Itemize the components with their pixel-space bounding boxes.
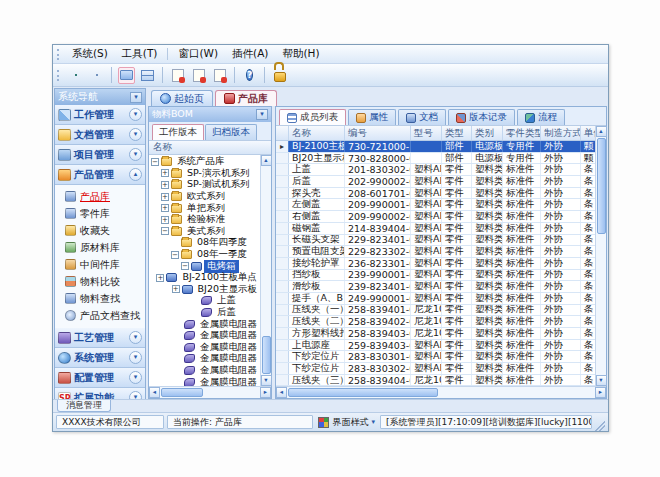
row-selector[interactable] — [276, 270, 289, 281]
document-new-icon[interactable] — [169, 67, 186, 84]
member-tab-版本记录[interactable]: 版本记录 — [448, 109, 515, 125]
table-row[interactable]: 接纱轮护罩236-823301-00E塑料ABS零件塑料类标准件外协条 — [276, 258, 595, 270]
row-selector[interactable] — [276, 235, 289, 246]
tree-node-BJ20主显示板[interactable]: +BJ20主显示板 — [149, 284, 260, 296]
tree-node-金属膜电阻器[interactable]: 金属膜电阻器 — [149, 376, 260, 386]
collapse-minus-icon[interactable]: − — [171, 251, 179, 259]
tree-node-欧式系列[interactable]: +欧式系列 — [149, 191, 260, 203]
window-resize-grip[interactable] — [595, 421, 605, 431]
tree-horizontal-scrollbar[interactable]: ◂ ▸ — [149, 386, 271, 398]
table-row[interactable]: 预置电阻支架229-823302-00E塑料ABS零件塑料类标准件外协条 — [276, 246, 595, 258]
menu-item-H[interactable]: 帮助(H) — [275, 45, 326, 63]
exit-icon[interactable] — [292, 67, 309, 84]
menu-item-S[interactable]: 系统(S) — [65, 45, 115, 63]
expand-plus-icon[interactable]: + — [161, 169, 169, 177]
collapse-minus-icon[interactable]: − — [181, 262, 189, 270]
column-header-编号[interactable]: 编号 — [345, 126, 411, 140]
tree-vertical-scrollbar[interactable]: ▴ ▾ — [260, 155, 271, 386]
collapse-minus-icon[interactable]: − — [151, 158, 159, 166]
expand-plus-icon[interactable]: + — [161, 216, 169, 224]
table-row[interactable]: 挡纱板239-990001-01E塑料ABS零件塑料类标准件外协条 — [276, 270, 595, 282]
sidebar-group-1[interactable]: 文档管理▾ — [55, 125, 145, 145]
row-selector[interactable]: ▸ — [276, 141, 289, 152]
column-header-型号[interactable]: 型号 — [411, 126, 442, 140]
sidebar-item-产品库[interactable]: 产品库 — [55, 188, 145, 205]
scroll-thumb[interactable] — [262, 336, 271, 374]
document-delete-icon[interactable] — [211, 67, 228, 84]
column-header-类别[interactable]: 类别 — [472, 126, 503, 140]
table-row[interactable]: 压线夹（三）258-839404-00E尼龙1010零件塑料类标准件外协条 — [276, 375, 595, 386]
help-icon[interactable]: ? — [241, 67, 258, 84]
table-row[interactable]: 右侧盖209-990002-01E塑料ABS零件塑料类标准件外协条 — [276, 211, 595, 223]
chevron-down-icon[interactable]: ▾ — [129, 331, 142, 344]
bom-tab-工作版本[interactable]: 工作版本 — [152, 124, 204, 140]
chevron-up-icon[interactable]: ▴ — [129, 168, 142, 181]
table-row[interactable]: 提手（A、B）249-990001-01E塑料ABS零件塑料类标准件外协条 — [276, 293, 595, 305]
sidebar-item-产品文档查找[interactable]: 产品文档查找 — [55, 307, 145, 324]
table-view-icon[interactable] — [139, 67, 156, 84]
sidebar-collapse-button[interactable]: ▾ — [130, 92, 142, 103]
sidebar-item-物料比较[interactable]: 物料比较 — [55, 273, 145, 290]
row-selector[interactable] — [276, 211, 289, 222]
tree-node-SP-测试机系列[interactable]: +SP-测试机系列 — [149, 179, 260, 191]
table-row[interactable]: 上电源座259-839403-00E塑料ABS零件塑料类标准件外协条 — [276, 340, 595, 352]
expand-plus-icon[interactable]: + — [156, 274, 164, 282]
column-header-零件类型[interactable]: 零件类型 — [503, 126, 541, 140]
row-selector[interactable] — [276, 188, 289, 199]
scroll-up-icon[interactable]: ▴ — [261, 155, 272, 166]
menu-grip[interactable] — [57, 49, 60, 60]
sidebar-item-中间件库[interactable]: 中间件库 — [55, 256, 145, 273]
document-edit-icon[interactable] — [190, 67, 207, 84]
lock-icon[interactable] — [271, 67, 288, 84]
column-header-名称[interactable]: 名称 — [289, 126, 345, 140]
expand-plus-icon[interactable]: + — [161, 181, 169, 189]
sidebar-item-收藏夹[interactable]: 收藏夹 — [55, 222, 145, 239]
sidebar-group-6[interactable]: 配置管理▾ — [55, 368, 145, 388]
scroll-right-icon[interactable]: ▸ — [260, 387, 271, 398]
tree-node-检验标准[interactable]: +检验标准 — [149, 214, 260, 226]
member-tab-成员列表[interactable]: 成员列表 — [279, 109, 346, 125]
table-row[interactable]: BJ20主显示板730-828000-04E部件电源板专用件外协颗 — [276, 153, 595, 165]
row-selector[interactable] — [276, 293, 289, 304]
sidebar-group-4[interactable]: 工艺管理▾ — [55, 328, 145, 348]
chevron-down-icon[interactable]: ▾ — [129, 351, 142, 364]
monitor-icon[interactable] — [67, 67, 84, 84]
row-selector[interactable] — [276, 316, 289, 327]
row-selector[interactable] — [276, 305, 289, 316]
table-vertical-scrollbar[interactable]: ▴ ▾ — [595, 126, 606, 386]
member-tab-流程[interactable]: 流程 — [517, 109, 565, 125]
tree-node-金属膜电阻器[interactable]: 金属膜电阻器 — [149, 330, 260, 342]
column-header-类型[interactable]: 类型 — [442, 126, 472, 140]
scroll-thumb[interactable] — [597, 138, 606, 234]
row-selector[interactable] — [276, 246, 289, 257]
expand-plus-icon[interactable]: + — [172, 285, 180, 293]
row-selector[interactable] — [276, 281, 289, 292]
expand-plus-icon[interactable]: + — [161, 193, 169, 201]
ui-style-dropdown[interactable]: 界面样式 ▾ — [316, 416, 377, 429]
tree-node-金属膜电阻器[interactable]: 金属膜电阻器 — [149, 318, 260, 330]
doc-tab-产品库[interactable]: 产品库 — [215, 90, 277, 106]
table-row[interactable]: 上盖201-830302-00E塑料ABS零件塑料类标准件外协条 — [276, 164, 595, 176]
column-header-制造方式[interactable]: 制造方式 — [541, 126, 581, 140]
bom-tab-归档版本[interactable]: 归档版本 — [205, 124, 257, 140]
scroll-thumb[interactable] — [288, 388, 438, 397]
tree-column-header[interactable]: 名称 — [149, 141, 271, 155]
table-row[interactable]: 压线夹（一）258-839401-00E尼龙1010零件塑料类标准件外协条 — [276, 305, 595, 317]
table-row[interactable]: 探头壳208-601701-01E塑料ABS零件塑料类标准件外协条 — [276, 188, 595, 200]
row-selector[interactable] — [276, 340, 289, 351]
row-selector[interactable] — [276, 375, 289, 386]
tree-node-电烤箱[interactable]: −电烤箱 — [149, 260, 260, 272]
member-tab-属性[interactable]: 属性 — [348, 109, 396, 125]
menu-item-T[interactable]: 工具(T) — [115, 45, 165, 63]
column-header-单位[interactable]: 单位 — [581, 126, 595, 140]
tree-node-单把系列[interactable]: +单把系列 — [149, 202, 260, 214]
tree-node-金属膜电阻器[interactable]: 金属膜电阻器 — [149, 342, 260, 354]
table-row[interactable]: 方形塑料线扣258-839403-00E尼龙1010零件塑料类标准件外协条 — [276, 328, 595, 340]
row-selector[interactable] — [276, 351, 289, 362]
tree-node-SP-演示机系列[interactable]: +SP-演示机系列 — [149, 168, 260, 180]
row-selector[interactable] — [276, 176, 289, 187]
chevron-down-icon[interactable]: ▾ — [129, 148, 142, 161]
globe-icon[interactable] — [88, 67, 105, 84]
collapse-minus-icon[interactable]: − — [161, 227, 169, 235]
bom-pin-button[interactable]: ▾ — [256, 109, 268, 120]
